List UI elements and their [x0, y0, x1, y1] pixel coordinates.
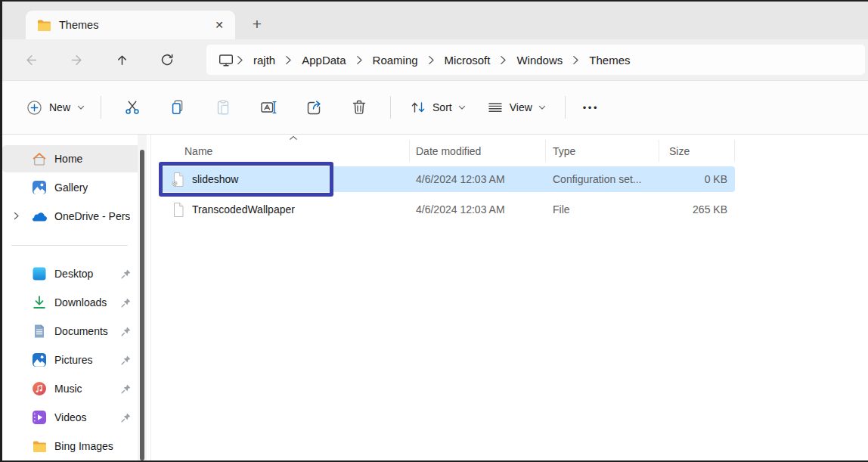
- sidebar-item-label: Documents: [54, 325, 108, 337]
- copy-icon: [169, 99, 186, 116]
- sidebar-item-label: Bing Images: [54, 440, 113, 452]
- view-button[interactable]: View: [479, 92, 553, 122]
- sidebar: Home Gallery OneDrive - Pers: [2, 135, 150, 462]
- tab-themes[interactable]: Themes ✕: [26, 11, 235, 39]
- sidebar-item-downloads[interactable]: Downloads: [2, 289, 140, 316]
- sidebar-item-label: Videos: [54, 411, 87, 423]
- chevron-right-icon: [356, 55, 363, 65]
- music-icon: [31, 381, 48, 396]
- column-header-row: Name Date modified Type Size: [162, 140, 868, 162]
- tab-title: Themes: [59, 19, 98, 31]
- sort-button[interactable]: Sort: [402, 92, 473, 122]
- pictures-icon: [31, 352, 48, 367]
- sidebar-item-bing-images[interactable]: Bing Images: [2, 433, 140, 460]
- main-area: Home Gallery OneDrive - Pers: [2, 135, 868, 462]
- sidebar-item-onedrive[interactable]: OneDrive - Pers: [2, 203, 140, 230]
- sidebar-item-gallery[interactable]: Gallery: [2, 174, 140, 201]
- file-type: Configuration set...: [546, 173, 659, 185]
- file-date-modified: 4/6/2024 12:03 AM: [410, 173, 546, 185]
- close-icon[interactable]: ✕: [209, 15, 229, 35]
- pin-icon: [120, 297, 132, 309]
- column-header-type[interactable]: Type: [546, 140, 659, 162]
- breadcrumb-item[interactable]: AppData: [292, 50, 355, 70]
- cut-button[interactable]: [116, 91, 149, 123]
- toolbar-separator: [101, 96, 101, 119]
- pin-icon: [120, 412, 132, 423]
- pin-icon: [120, 326, 132, 337]
- file-icon: [171, 202, 184, 218]
- breadcrumb-item[interactable]: Windows: [507, 50, 572, 70]
- sidebar-item-music[interactable]: Music: [2, 375, 140, 402]
- chevron-right-icon: [572, 55, 579, 65]
- column-header-name[interactable]: Name: [162, 140, 410, 162]
- folder-icon: [37, 20, 51, 31]
- sidebar-item-label: Home: [54, 153, 82, 165]
- file-row-slideshow[interactable]: slideshow 4/6/2024 12:03 AM Configuratio…: [162, 166, 735, 192]
- scissors-icon: [124, 99, 141, 116]
- share-button[interactable]: [297, 91, 330, 123]
- this-pc-monitor-icon[interactable]: [214, 54, 237, 67]
- chevron-down-icon: [77, 105, 85, 110]
- back-button[interactable]: [17, 47, 45, 73]
- new-button-label: New: [49, 101, 70, 113]
- sidebar-item-label: OneDrive - Pers: [54, 210, 130, 222]
- navigation-bar: rajth AppData Roaming Microsoft Windows …: [2, 39, 868, 80]
- more-options-ellipsis-icon[interactable]: •••: [574, 95, 608, 121]
- sort-ascending-caret-icon: [289, 135, 298, 141]
- forward-button[interactable]: [63, 47, 90, 73]
- new-button[interactable]: New: [19, 93, 92, 122]
- view-label: View: [510, 101, 532, 113]
- breadcrumb-item[interactable]: Microsoft: [435, 50, 501, 70]
- expand-chevron-icon[interactable]: [12, 212, 20, 220]
- sidebar-item-desktop[interactable]: Desktop: [2, 260, 140, 287]
- breadcrumb-item[interactable]: rajth: [243, 50, 285, 70]
- chevron-right-icon: [500, 55, 507, 65]
- toolbar-separator: [565, 96, 566, 119]
- share-icon: [305, 99, 322, 116]
- downloads-icon: [31, 295, 48, 310]
- copy-button[interactable]: [161, 91, 194, 123]
- breadcrumb-item[interactable]: Roaming: [363, 50, 428, 70]
- sidebar-item-videos[interactable]: Videos: [2, 404, 140, 431]
- up-button[interactable]: [108, 47, 135, 73]
- sort-arrows-icon: [410, 99, 426, 116]
- breadcrumb-item-current[interactable]: Themes: [579, 50, 640, 70]
- sort-label: Sort: [432, 101, 452, 113]
- sidebar-item-label: Gallery: [54, 181, 88, 194]
- sidebar-item-pictures[interactable]: Pictures: [2, 346, 140, 374]
- back-arrow-icon: [25, 54, 38, 67]
- new-tab-button[interactable]: +: [246, 13, 268, 36]
- column-header-size[interactable]: Size: [659, 140, 735, 162]
- file-date-modified: 4/6/2024 12:03 AM: [410, 203, 546, 215]
- videos-icon: [31, 410, 48, 425]
- address-bar[interactable]: rajth AppData Roaming Microsoft Windows …: [206, 45, 865, 75]
- paste-icon: [215, 99, 231, 116]
- paste-button[interactable]: [206, 91, 240, 123]
- refresh-button[interactable]: [153, 47, 181, 73]
- chevron-down-icon: [458, 105, 466, 110]
- onedrive-icon: [31, 211, 48, 222]
- home-icon: [31, 151, 48, 166]
- delete-button[interactable]: [343, 91, 376, 123]
- sidebar-item-label: Desktop: [54, 268, 93, 280]
- file-row-transcodedwallpaper[interactable]: TranscodedWallpaper 4/6/2024 12:03 AM Fi…: [162, 197, 735, 222]
- tab-bar: Themes ✕ +: [2, 2, 868, 39]
- file-explorer-window: Themes ✕ + rajth AppData Roaming: [0, 0, 868, 462]
- circle-plus-icon: [26, 100, 42, 116]
- rename-button[interactable]: [252, 91, 285, 123]
- gallery-icon: [31, 180, 48, 195]
- view-lines-icon: [487, 99, 504, 116]
- rename-icon: [260, 99, 277, 116]
- sidebar-item-label: Pictures: [54, 354, 93, 366]
- chevron-right-icon: [237, 55, 243, 65]
- sidebar-item-home[interactable]: Home: [2, 145, 140, 172]
- sidebar-scrollbar-thumb[interactable]: [140, 150, 144, 460]
- sidebar-item-documents[interactable]: Documents: [2, 318, 140, 345]
- pin-icon: [120, 268, 132, 280]
- column-header-date-modified[interactable]: Date modified: [410, 140, 546, 162]
- file-size: 0 KB: [659, 173, 735, 185]
- file-name: slideshow: [192, 173, 238, 185]
- sidebar-item-label: Music: [54, 383, 82, 395]
- trash-icon: [351, 99, 367, 116]
- command-toolbar: New Sort View: [2, 80, 868, 135]
